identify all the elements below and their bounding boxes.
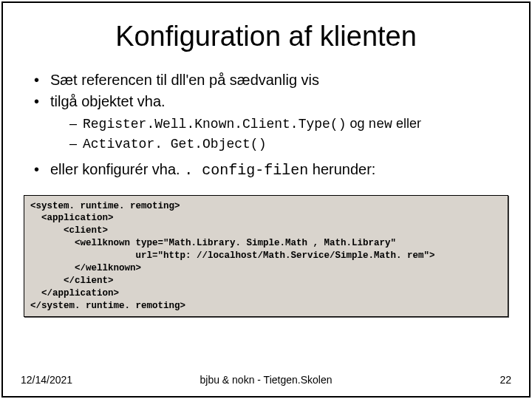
code-block: <system. runtime. remoting> <application…	[24, 195, 508, 318]
code-line: <wellknown	[30, 238, 136, 248]
code-inline: . config-filen	[184, 162, 308, 179]
slide-title: Konfiguration af klienten	[21, 21, 511, 52]
text: eller	[392, 116, 421, 131]
code-line: </client>	[30, 276, 114, 286]
bullet-item: tilgå objektet vha. Register.Well.Known.…	[34, 92, 511, 154]
footer: 12/14/2021 bjbu & nokn - Tietgen.Skolen …	[21, 374, 511, 386]
sub-item: Register.Well.Known.Client.Type() og new…	[69, 115, 511, 133]
bullet-text: tilgå objektet vha.	[50, 93, 166, 109]
slide: Konfiguration af klienten Sæt referencen…	[1, 1, 531, 398]
footer-center: bjbu & nokn - Tietgen.Skolen	[21, 374, 511, 386]
code-line: <application>	[30, 213, 114, 223]
bullet-list: Sæt referencen til dll'en på sædvanlig v…	[34, 70, 511, 180]
code-inline: Register.Well.Known.Client.Type()	[83, 117, 346, 132]
code-line: </wellknown>	[30, 263, 141, 273]
code-inline: Activator. Get.Object()	[83, 137, 266, 151]
code-line: <client>	[30, 225, 108, 236]
code-attr: type	[136, 238, 158, 248]
bullet-item: Sæt referencen til dll'en på sædvanlig v…	[34, 70, 511, 90]
sub-item: Activator. Get.Object()	[69, 134, 511, 153]
code-line: <system. runtime. remoting>	[30, 201, 180, 211]
bullet-item: eller konfigurér vha. . config-filen her…	[34, 160, 511, 180]
code-attr: url	[136, 250, 153, 261]
sub-list: Register.Well.Known.Client.Type() og new…	[69, 115, 511, 154]
code-line: </application>	[30, 288, 119, 299]
code-line: ="Math.Library. Simple.Math , Math.Libra…	[158, 238, 397, 248]
code-line: </system. runtime. remoting>	[30, 301, 185, 311]
code-line: ="http: //localhost/Math.Service/Simple.…	[152, 250, 435, 261]
code-line	[30, 250, 136, 261]
text: herunder:	[308, 161, 375, 177]
text: eller konfigurér vha.	[50, 161, 184, 177]
code-inline: new	[369, 117, 392, 132]
text: og	[346, 116, 368, 131]
